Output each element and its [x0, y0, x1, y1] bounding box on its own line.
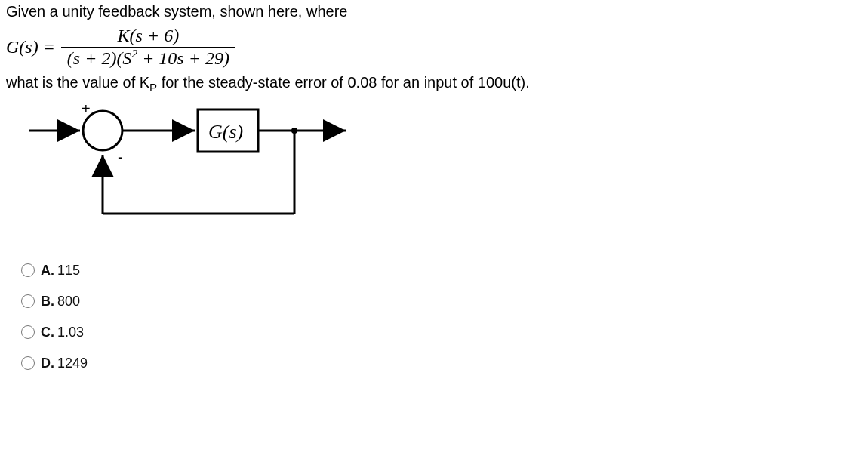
eq-denominator: (s + 2)(S2 + 10s + 29): [61, 48, 235, 69]
gs-block-label: G(s): [208, 121, 243, 143]
block-diagram: + - G(s): [29, 100, 862, 248]
question-page: Given a unity feedback system, shown her…: [0, 0, 868, 396]
transfer-function-equation: G(s) = K(s + 6) (s + 2)(S2 + 10s + 29): [6, 25, 862, 69]
prompt-text: what is the value of KP for the steady-s…: [6, 74, 862, 91]
prompt-subscript: P: [149, 81, 157, 94]
option-b[interactable]: B.800: [21, 294, 862, 310]
eq-den-post: + 10s + 29): [137, 48, 229, 68]
option-a[interactable]: A.115: [21, 263, 862, 279]
option-label: A.115: [41, 263, 80, 279]
option-letter: B.: [41, 294, 54, 309]
summer-plus: +: [82, 100, 91, 117]
option-letter: C.: [41, 325, 54, 340]
eq-fraction: K(s + 6) (s + 2)(S2 + 10s + 29): [61, 25, 235, 69]
option-text: 1249: [57, 356, 88, 371]
option-text: 800: [57, 294, 80, 309]
prompt-pre: what is the value of K: [6, 74, 149, 91]
option-label: B.800: [41, 294, 80, 310]
option-d[interactable]: D.1249: [21, 356, 862, 371]
eq-den-exp: 2: [131, 47, 137, 60]
radio-icon[interactable]: [21, 356, 35, 370]
eq-lhs: G(s) =: [6, 37, 61, 57]
option-c[interactable]: C.1.03: [21, 325, 862, 340]
radio-icon[interactable]: [21, 294, 35, 308]
intro-text: Given a unity feedback system, shown her…: [6, 3, 862, 20]
option-label: D.1249: [41, 356, 88, 371]
option-letter: A.: [41, 263, 54, 278]
eq-den-pre: (s + 2)(S: [67, 48, 132, 68]
radio-icon[interactable]: [21, 325, 35, 339]
option-letter: D.: [41, 356, 54, 371]
option-text: 1.03: [57, 325, 84, 340]
summer-minus: -: [118, 149, 123, 165]
block-diagram-svg: + - G(s): [29, 100, 353, 244]
option-label: C.1.03: [41, 325, 84, 340]
prompt-post: for the steady-state error of 0.08 for a…: [157, 74, 530, 91]
eq-numerator: K(s + 6): [112, 25, 186, 47]
answer-options: A.115 B.800 C.1.03 D.1249: [21, 263, 862, 371]
radio-icon[interactable]: [21, 263, 35, 277]
option-text: 115: [57, 263, 80, 278]
